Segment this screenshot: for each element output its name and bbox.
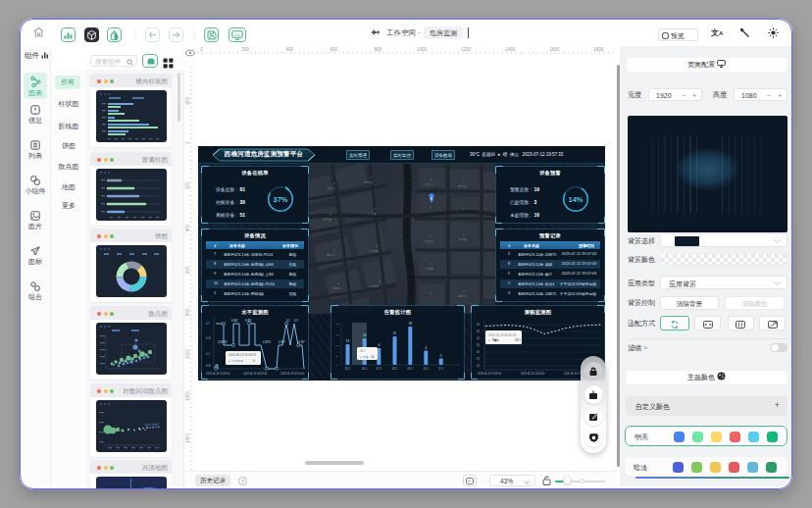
svg-text:0.05: 0.05 [206, 364, 212, 368]
svg-text:0.1975: 0.1975 [263, 340, 271, 344]
svg-text:30: 30 [336, 323, 339, 326]
svg-text:● 告警: ● 告警 [360, 355, 369, 359]
svg-text:08-1: 08-1 [392, 367, 398, 371]
svg-text:06-1: 06-1 [362, 367, 368, 371]
svg-text:0.197: 0.197 [279, 340, 285, 344]
svg-text:45: 45 [477, 330, 480, 333]
svg-text:海五路: 海五路 [458, 237, 467, 241]
svg-text:2: 2 [440, 354, 442, 358]
svg-text:0.1: 0.1 [206, 352, 210, 356]
svg-text:2022-05-18 16:40:28: 2022-05-18 16:40:28 [488, 333, 516, 337]
svg-text:0.2: 0.2 [206, 322, 210, 326]
svg-text:50: 50 [477, 323, 480, 327]
svg-text:30: 30 [477, 350, 480, 354]
svg-text:0.2: 0.2 [294, 319, 298, 323]
svg-text:0.19732: 0.19732 [218, 340, 228, 344]
svg-text:09-1: 09-1 [407, 367, 413, 371]
svg-text:21: 21 [393, 331, 397, 335]
svg-text:河滨道: 河滨道 [323, 218, 331, 222]
svg-text:新明街: 新明街 [332, 286, 341, 290]
svg-text:石龙路: 石龙路 [369, 284, 379, 288]
svg-text:● 水平监测: ● 水平监测 [228, 359, 243, 363]
svg-text:0.362: 0.362 [245, 319, 252, 323]
svg-text:20: 20 [477, 364, 480, 368]
svg-text:25: 25 [477, 357, 480, 361]
svg-text:2023-06-18 23:20:00: 2023-06-18 23:20:00 [521, 372, 545, 376]
svg-text:0.362: 0.362 [231, 319, 238, 323]
svg-text:28: 28 [409, 322, 413, 326]
svg-text:2023-06-18 15:49:00: 2023-06-18 15:49:00 [478, 372, 502, 376]
svg-text:2023-06-18 15:09:00: 2023-06-18 15:09:00 [206, 372, 230, 376]
svg-text:●: ● [488, 338, 490, 342]
svg-text:16: 16 [363, 333, 367, 337]
svg-text:东平路: 东平路 [364, 180, 373, 184]
svg-text:4: 4 [425, 346, 427, 350]
svg-text:0.2: 0.2 [286, 319, 290, 323]
svg-text:0.197: 0.197 [298, 340, 305, 344]
svg-text:35: 35 [477, 343, 480, 347]
svg-text:瑞安街: 瑞安街 [327, 186, 335, 190]
svg-text:19: 19 [346, 339, 350, 343]
svg-text:11-1: 11-1 [438, 367, 444, 371]
svg-text:灯湖巷: 灯湖巷 [425, 267, 433, 271]
svg-text:民乐路: 民乐路 [458, 184, 467, 188]
svg-text:T降s: T降s [492, 338, 499, 342]
svg-text:广云巷: 广云巷 [368, 212, 377, 216]
svg-text:5: 5 [336, 355, 338, 358]
svg-text:2023-06-18 02:50:00: 2023-06-18 02:50:00 [280, 372, 305, 376]
svg-text:0.15: 0.15 [206, 336, 212, 340]
svg-text:33.1: 33.1 [515, 338, 521, 342]
svg-text:37%: 37% [273, 195, 287, 204]
svg-text:06-1: 06-1 [360, 349, 366, 353]
svg-text:丰收街: 丰收街 [425, 239, 433, 243]
svg-text:夏东街: 夏东街 [458, 294, 467, 298]
svg-text:兴业街: 兴业街 [425, 182, 433, 186]
svg-text:2023-06-18 08:59:00: 2023-06-18 08:59:00 [243, 372, 268, 376]
svg-text:16: 16 [371, 355, 375, 359]
svg-text:07-1: 07-1 [376, 367, 381, 371]
svg-text:14%: 14% [568, 195, 583, 204]
svg-text:10-1: 10-1 [423, 367, 429, 371]
svg-text:南海街: 南海街 [327, 253, 335, 257]
svg-text:40: 40 [477, 336, 480, 340]
svg-text:20: 20 [336, 333, 339, 336]
svg-text:05-1: 05-1 [345, 367, 351, 371]
svg-text:6: 6 [378, 343, 380, 347]
svg-text:2023-06-18 16:43:03: 2023-06-18 16:43:03 [228, 353, 256, 357]
svg-text:桂澜路: 桂澜路 [369, 249, 379, 253]
svg-text:y=a·ln(x): y=a·ln(x) [145, 423, 159, 427]
svg-text:10: 10 [336, 344, 339, 347]
svg-text:0: 0 [336, 364, 338, 367]
